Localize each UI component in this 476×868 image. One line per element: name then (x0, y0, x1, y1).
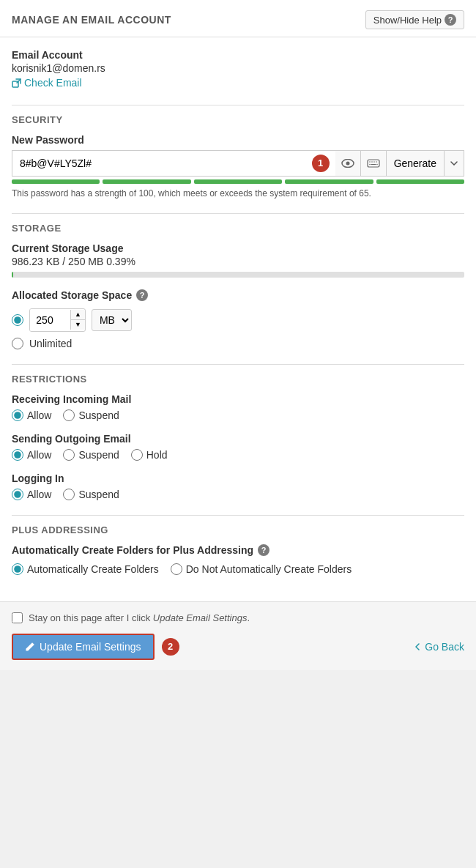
incoming-allow-label: Allow (27, 409, 51, 421)
allocated-storage-label: Allocated Storage Space ? (12, 289, 464, 301)
unlimited-row: Unlimited (12, 338, 464, 349)
incoming-mail-group: Receiving Incoming Mail Allow Suspend (12, 393, 464, 421)
outgoing-email-radio-group: Allow Suspend Hold (12, 449, 464, 461)
plus-addressing-info-icon[interactable]: ? (258, 544, 269, 556)
radio-250mb[interactable] (12, 314, 23, 326)
show-hide-help-label: Show/Hide Help (373, 15, 442, 26)
logging-in-label: Logging In (12, 472, 464, 484)
update-email-settings-button[interactable]: Update Email Settings (12, 634, 155, 660)
logging-suspend-radio[interactable] (63, 489, 75, 500)
storage-section: STORAGE Current Storage Usage 986.23 KB … (12, 223, 464, 349)
generate-password-button[interactable]: Generate (387, 150, 445, 177)
badge-1: 1 (312, 155, 330, 172)
footer-area: Stay on this page after I click Update E… (0, 601, 476, 670)
update-btn-wrapper: Update Email Settings 2 (12, 634, 179, 660)
unlimited-label: Unlimited (29, 338, 72, 349)
eye-icon (341, 159, 354, 168)
incoming-allow-option: Allow (12, 409, 51, 421)
plus-addressing-heading: PLUS ADDRESSING (12, 524, 464, 535)
outgoing-hold-label: Hold (146, 449, 168, 461)
stay-text-suffix: . (247, 612, 250, 623)
security-divider (12, 105, 464, 105)
allocated-info-icon[interactable]: ? (136, 289, 148, 301)
strength-bar-5 (376, 179, 464, 184)
password-strength-text: This password has a strength of 100, whi… (12, 188, 464, 199)
strength-bar-3 (194, 179, 282, 184)
password-strength-bars (12, 179, 464, 184)
incoming-mail-radio-group: Allow Suspend (12, 409, 464, 421)
main-container: MANAGE AN EMAIL ACCOUNT Show/Hide Help ?… (0, 0, 476, 670)
logging-in-radio-group: Allow Suspend (12, 489, 464, 500)
badge-2: 2 (162, 638, 179, 656)
spin-down-button[interactable]: ▼ (71, 320, 85, 330)
footer-buttons: Update Email Settings 2 Go Back (12, 634, 464, 660)
stay-on-page-checkbox[interactable] (12, 612, 23, 623)
outgoing-email-label: Sending Outgoing Email (12, 433, 464, 445)
outgoing-suspend-label: Suspend (78, 449, 119, 461)
logging-in-group: Logging In Allow Suspend (12, 472, 464, 500)
restrictions-heading: RESTRICTIONS (12, 374, 464, 385)
content-area: Email Account korisnik1@domen.rs Check E… (0, 37, 476, 601)
do-not-create-radio[interactable] (171, 563, 182, 575)
incoming-mail-label: Receiving Incoming Mail (12, 393, 464, 405)
spin-buttons: ▲ ▼ (70, 310, 85, 330)
strength-bar-1 (12, 179, 100, 184)
new-password-label: New Password (12, 134, 464, 146)
email-account-section: Email Account korisnik1@domen.rs Check E… (12, 49, 464, 90)
generate-dropdown-button[interactable] (445, 150, 464, 177)
storage-usage-text: 986.23 KB / 250 MB 0.39% (12, 256, 464, 267)
svg-rect-4 (368, 160, 379, 167)
do-not-create-option: Do Not Automatically Create Folders (171, 563, 352, 575)
outgoing-email-group: Sending Outgoing Email Allow Suspend Hol… (12, 433, 464, 461)
current-storage-group: Current Storage Usage 986.23 KB / 250 MB… (12, 242, 464, 278)
chevron-down-icon (450, 161, 458, 166)
outgoing-hold-radio[interactable] (131, 449, 143, 461)
storage-bar-fill (12, 272, 13, 278)
svg-point-3 (346, 161, 349, 165)
password-input[interactable] (12, 150, 335, 177)
check-email-link[interactable]: Check Email (12, 77, 82, 89)
plus-addressing-group: Automatically Create Folders for Plus Ad… (12, 544, 464, 575)
plus-addressing-radio-group: Automatically Create Folders Do Not Auto… (12, 563, 464, 575)
restrictions-divider (12, 364, 464, 365)
plus-addressing-divider (12, 515, 464, 516)
show-hide-help-button[interactable]: Show/Hide Help ? (365, 10, 464, 29)
stay-on-page-label: Stay on this page after I click Update E… (29, 612, 250, 623)
auto-create-option: Automatically Create Folders (12, 563, 159, 575)
password-mask-icon-button[interactable] (335, 150, 361, 177)
logging-allow-label: Allow (27, 489, 51, 500)
storage-bar-container (12, 272, 464, 278)
outgoing-allow-label: Allow (27, 449, 51, 461)
allocated-storage-row: ▲ ▼ MB GB (12, 308, 464, 332)
go-back-label: Go Back (425, 641, 464, 653)
outgoing-allow-radio[interactable] (12, 449, 23, 461)
keyboard-icon-button[interactable] (361, 150, 387, 177)
restrictions-section: RESTRICTIONS Receiving Incoming Mail All… (12, 374, 464, 500)
radio-unlimited[interactable] (12, 338, 23, 349)
incoming-suspend-radio[interactable] (63, 409, 75, 421)
plus-addressing-section: PLUS ADDRESSING Automatically Create Fol… (12, 524, 464, 575)
incoming-suspend-option: Suspend (63, 409, 119, 421)
page-header: MANAGE AN EMAIL ACCOUNT Show/Hide Help ? (0, 0, 476, 37)
password-input-wrapper: 1 (12, 150, 335, 177)
logging-allow-radio[interactable] (12, 489, 23, 500)
go-back-link[interactable]: Go Back (414, 641, 464, 653)
logging-allow-option: Allow (12, 489, 51, 500)
email-account-label: Email Account (12, 49, 464, 61)
storage-amount-input[interactable] (30, 309, 70, 331)
incoming-suspend-label: Suspend (78, 409, 119, 421)
update-btn-label: Update Email Settings (40, 641, 141, 653)
storage-divider (12, 213, 464, 214)
page-title: MANAGE AN EMAIL ACCOUNT (12, 14, 171, 26)
outgoing-hold-option: Hold (131, 449, 168, 461)
storage-unit-select[interactable]: MB GB (92, 309, 132, 331)
logging-suspend-label: Suspend (78, 489, 119, 500)
spin-up-button[interactable]: ▲ (71, 310, 85, 320)
auto-create-radio[interactable] (12, 563, 23, 575)
outgoing-suspend-radio[interactable] (63, 449, 75, 461)
incoming-allow-radio[interactable] (12, 409, 23, 421)
new-password-group: New Password 1 (12, 134, 464, 199)
check-email-label: Check Email (24, 77, 82, 89)
external-link-icon (12, 78, 21, 88)
arrow-left-icon (414, 643, 422, 650)
